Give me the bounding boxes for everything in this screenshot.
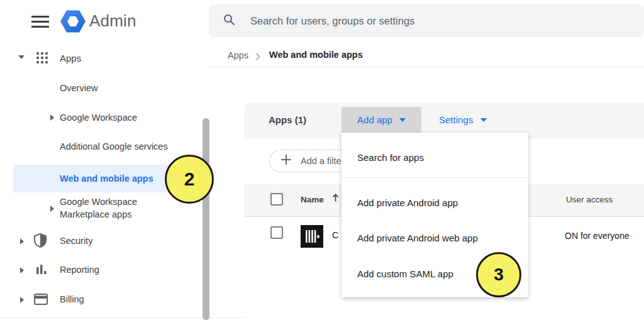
caret-down-icon xyxy=(399,118,406,122)
sidebar-item-billing[interactable]: Billing xyxy=(60,294,84,304)
menu-item-search-for-apps[interactable]: Search for apps xyxy=(357,152,424,163)
sidebar-item-web-and-mobile-apps[interactable]: Web and mobile apps xyxy=(60,174,153,184)
app-row-user-access: ON for everyone xyxy=(565,231,630,241)
caret-down-icon xyxy=(18,55,25,59)
sidebar-item-reporting[interactable]: Reporting xyxy=(60,265,99,275)
header-divider xyxy=(209,67,644,67)
sort-ascending-icon[interactable] xyxy=(331,193,340,205)
settings-button-label: Settings xyxy=(439,114,473,125)
admin-console-screen: Admin Apps Web and mobile apps Apps Over… xyxy=(0,0,644,320)
sidebar-item-overview[interactable]: Overview xyxy=(60,83,97,93)
caret-right-icon xyxy=(50,206,54,212)
caret-right-icon xyxy=(20,238,24,245)
menu-divider xyxy=(341,177,528,178)
global-search-bar[interactable] xyxy=(209,4,644,37)
add-app-button-label: Add app xyxy=(357,114,392,125)
sidebar-scrollbar[interactable] xyxy=(203,118,209,320)
sidebar-item-gw-marketplace-apps[interactable]: Google Workspace Marketplace apps xyxy=(60,196,172,221)
sidebar-item-apps[interactable]: Apps xyxy=(60,53,81,63)
caret-right-icon xyxy=(20,267,24,273)
bar-chart-icon xyxy=(35,263,48,279)
breadcrumb-current: Web and mobile apps xyxy=(269,50,363,60)
apps-grid-icon xyxy=(35,51,49,67)
search-icon xyxy=(223,13,235,28)
column-header-user-access: User access xyxy=(566,195,613,204)
caret-right-icon xyxy=(20,297,24,303)
menu-item-add-private-android-web-app[interactable]: Add private Android web app xyxy=(357,233,478,243)
add-filter-label: Add a filter xyxy=(301,156,344,166)
app-logo-icon[interactable] xyxy=(301,225,323,250)
sidebar-item-google-workspace[interactable]: Google Workspace xyxy=(60,113,137,123)
shield-icon xyxy=(34,233,47,250)
row-checkbox[interactable] xyxy=(270,226,283,239)
hamburger-menu-icon[interactable] xyxy=(31,16,49,28)
credit-card-icon xyxy=(34,294,48,307)
sidebar-item-security[interactable]: Security xyxy=(60,236,92,246)
column-header-name[interactable]: Name xyxy=(301,195,324,204)
google-admin-logo-icon xyxy=(60,8,86,37)
select-all-checkbox[interactable] xyxy=(270,193,283,206)
menu-item-add-custom-saml-app[interactable]: Add custom SAML app xyxy=(357,268,453,279)
settings-button[interactable]: Settings xyxy=(439,107,487,133)
search-input[interactable] xyxy=(250,15,644,27)
app-title: Admin xyxy=(89,11,136,31)
apps-count-label: Apps (1) xyxy=(269,114,306,125)
menu-item-add-private-android-app[interactable]: Add private Android app xyxy=(357,197,458,208)
annotation-step-3: 3 xyxy=(476,252,521,297)
caret-down-icon xyxy=(480,118,487,122)
app-row-name[interactable]: C xyxy=(332,230,338,240)
sidebar-item-additional-google-services[interactable]: Additional Google services xyxy=(60,141,168,152)
annotation-step-2: 2 xyxy=(165,155,214,204)
chevron-right-icon xyxy=(255,52,260,63)
add-icon xyxy=(280,154,292,168)
add-app-button[interactable]: Add app xyxy=(341,107,421,133)
caret-right-icon xyxy=(50,114,54,121)
breadcrumb-parent[interactable]: Apps xyxy=(228,50,248,60)
